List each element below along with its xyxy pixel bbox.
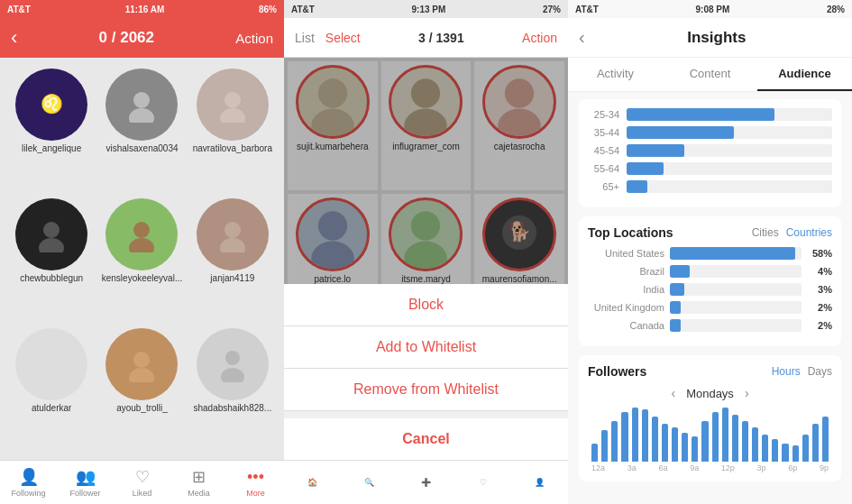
- nav-item-following[interactable]: 👤 Following: [0, 467, 57, 498]
- p1-title: 0 / 2062: [99, 29, 154, 47]
- battery-1: 86%: [259, 5, 277, 14]
- bar: [621, 412, 628, 462]
- time-label: 12a: [591, 463, 605, 472]
- action-button-1[interactable]: Action: [235, 31, 273, 46]
- location-name: United States: [588, 248, 664, 259]
- search-icon: 🔍: [364, 478, 374, 487]
- bar: [722, 408, 728, 462]
- add-whitelist-option[interactable]: Add to Whitelist: [284, 326, 568, 369]
- age-row-65plus: 65+: [588, 180, 832, 193]
- location-name: Brazil: [588, 266, 664, 277]
- days-link[interactable]: Days: [808, 365, 832, 378]
- list-item[interactable]: vishalsaxena0034: [97, 65, 186, 193]
- cities-link[interactable]: Cities: [752, 226, 779, 239]
- bar: [752, 427, 758, 462]
- svg-point-3: [129, 108, 154, 123]
- list-item[interactable]: chewbubblegun: [7, 195, 96, 323]
- age-row-25-34: 25-34: [588, 108, 832, 121]
- nav-item-follower[interactable]: 👥 Follower: [57, 467, 114, 498]
- bar: [632, 408, 638, 462]
- age-bar-bg: [627, 162, 832, 175]
- bar: [692, 436, 698, 462]
- select-button[interactable]: Select: [325, 31, 361, 45]
- carrier-2: AT&T: [291, 5, 315, 14]
- list-item[interactable]: navratilova_barbora: [188, 65, 277, 193]
- panel-list-select: AT&T 9:13 PM 27% List Select 3 / 1391 Ac…: [284, 0, 568, 504]
- bar: [822, 417, 829, 462]
- hours-link[interactable]: Hours: [772, 365, 801, 378]
- list-button[interactable]: List: [295, 31, 315, 45]
- location-name: United Kingdom: [588, 302, 664, 313]
- age-bar-fill: [627, 180, 647, 193]
- bar: [591, 444, 598, 462]
- svg-point-5: [220, 108, 245, 123]
- time-label: 3p: [757, 463, 766, 472]
- avatar: ♌: [15, 69, 87, 141]
- nav-add-2[interactable]: ➕: [398, 478, 454, 487]
- nav-item-liked[interactable]: ♡ Liked: [114, 467, 170, 498]
- status-bar-3: AT&T 9:08 PM 28%: [568, 0, 852, 18]
- back-button-1[interactable]: ‹: [11, 26, 17, 50]
- location-bar-bg: [670, 283, 802, 296]
- username-label: janjan4119: [210, 273, 254, 283]
- nav-label: Following: [11, 489, 45, 498]
- location-row-india: India 3%: [588, 283, 832, 296]
- locations-header: Top Locations Cities Countries: [588, 225, 832, 240]
- nav-heart-2[interactable]: ♡: [454, 478, 511, 487]
- location-bar-fill: [670, 301, 681, 314]
- age-bar-bg: [627, 144, 832, 157]
- list-item[interactable]: janjan4119: [188, 195, 277, 323]
- bar: [762, 435, 768, 462]
- nav-profile-2[interactable]: 👤: [511, 478, 568, 487]
- avatar: [15, 198, 87, 270]
- block-option[interactable]: Block: [284, 284, 568, 326]
- nav-item-media[interactable]: ⊞ Media: [170, 467, 227, 498]
- countries-link[interactable]: Countries: [786, 226, 832, 239]
- location-pct: 2%: [807, 302, 832, 313]
- list-item[interactable]: kensleyokeeleyval...: [97, 195, 186, 323]
- location-pct: 2%: [807, 320, 832, 331]
- profile-icon: 👤: [535, 478, 545, 487]
- location-bar-bg: [670, 301, 802, 314]
- location-pct: 58%: [807, 248, 832, 259]
- action-button-2[interactable]: Action: [522, 31, 557, 45]
- time-label: 6p: [788, 463, 797, 472]
- username-label: chewbubblegun: [20, 273, 83, 283]
- nav-search-2[interactable]: 🔍: [341, 478, 398, 487]
- remove-whitelist-option[interactable]: Remove from Whitelist: [284, 369, 568, 411]
- bar: [742, 421, 748, 462]
- carrier-3: AT&T: [575, 5, 599, 14]
- nav-item-more[interactable]: ••• More: [227, 468, 284, 498]
- media-icon: ⊞: [192, 467, 206, 487]
- battery-2: 27%: [543, 5, 561, 14]
- username-label: kensleyokeeleyval...: [102, 273, 183, 283]
- age-label: 45-54: [588, 145, 619, 156]
- more-icon: •••: [247, 468, 264, 487]
- list-item[interactable]: shadabshaikh828...: [188, 325, 277, 453]
- tab-content[interactable]: Content: [663, 58, 757, 91]
- next-arrow[interactable]: ›: [745, 386, 749, 400]
- location-toggle: Cities Countries: [752, 226, 832, 239]
- list-item[interactable]: ayoub_trolli_: [97, 325, 186, 453]
- age-row-35-44: 35-44: [588, 126, 832, 139]
- tab-activity[interactable]: Activity: [568, 58, 663, 91]
- age-label: 55-64: [588, 163, 619, 174]
- location-pct: 3%: [807, 284, 832, 295]
- time-label: 6a: [658, 463, 667, 472]
- p2-count: 3 / 1391: [418, 31, 464, 45]
- username-label: lilek_angelique: [22, 143, 81, 153]
- tab-audience[interactable]: Audience: [757, 58, 852, 91]
- avatar: [105, 328, 178, 400]
- svg-point-9: [129, 238, 154, 252]
- cancel-option[interactable]: Cancel: [284, 418, 568, 460]
- nav-home-2[interactable]: 🏠: [284, 478, 341, 487]
- list-item[interactable]: ♌ lilek_angelique: [7, 65, 96, 193]
- username-label: vishalsaxena0034: [105, 143, 178, 153]
- bar: [652, 417, 658, 462]
- avatar: [197, 69, 269, 141]
- avatar: [105, 198, 178, 270]
- location-name: Canada: [588, 320, 664, 331]
- prev-arrow[interactable]: ‹: [671, 386, 675, 400]
- list-item[interactable]: atulderkar: [7, 325, 96, 453]
- back-button-3[interactable]: ‹: [579, 27, 585, 48]
